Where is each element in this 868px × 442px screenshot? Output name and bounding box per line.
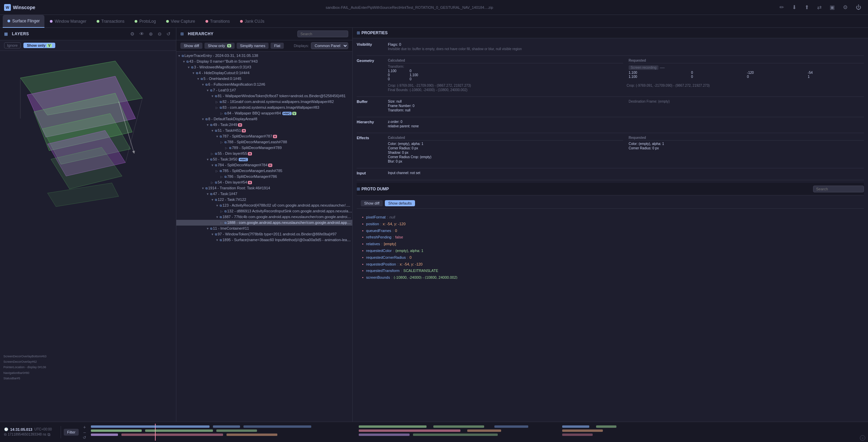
timeline: 🕐 14:31:05.013 UTC+00:00 ⧉ 1711895465013… <box>0 422 868 442</box>
tree-item[interactable]: ▼⧉97 - WindowToken{7f78b6b type=2011 and… <box>176 231 352 237</box>
layer-icon: ⧉ <box>210 227 212 230</box>
timeline-scroll-indicator[interactable]: ○ <box>860 435 865 441</box>
tree-toggle: ▼ <box>211 164 215 167</box>
tree-item[interactable]: ▼⧉81 - WallpaperWindowToken{fcfbcd7 toke… <box>176 93 352 99</box>
proto-line: • refreshPending : false <box>362 234 859 241</box>
layers-eye-btn[interactable]: 👁 <box>138 30 145 37</box>
layers-settings-btn[interactable]: ⚙ <box>129 30 136 37</box>
tree-item[interactable]: ▼⧉1914 - Transition Root: Task:46#1914 <box>176 185 352 191</box>
displays-select[interactable]: Common Panel <box>311 42 348 49</box>
copy-ns-button[interactable]: ⧉ <box>47 432 51 437</box>
tree-item[interactable]: ▼⧉11 - ImeContainer#11 <box>176 226 352 231</box>
zoom-in-button[interactable]: + <box>83 425 86 429</box>
tree-item[interactable]: ▷⧉84 - Wallpaper BBQ wrapper#84HWCV <box>176 110 352 116</box>
show-diff-button[interactable]: Show diff <box>180 43 202 49</box>
tab-transactions[interactable]: Transactions <box>92 15 129 28</box>
tree-item[interactable]: ▷⧉1888 - com.google.android.apps.nexusla… <box>176 220 352 226</box>
tree-item[interactable]: ▷⧉132 - d886913 ActivityRecordInputSink … <box>176 208 352 214</box>
tree-item[interactable]: ▼⧉7 - Leaf:0:1#7 <box>176 87 352 93</box>
svg-rect-26 <box>359 434 410 436</box>
tree-item[interactable]: ▼⧉LayerTraceEntry - 2024-03-31, 14:31:05… <box>176 53 352 59</box>
proto-bullet: • <box>362 234 363 241</box>
filename: sandbox-FAIL_AutoEnterPipWithSourceRectH… <box>42 5 777 9</box>
buffer-label: Buffer <box>357 100 384 104</box>
tree-item-text: 4 - HideDisplayCutout:0:1#4#4 <box>199 71 250 75</box>
tree-item[interactable]: ▼⧉3 - WindowedMagnification:0:31#3 <box>176 64 352 70</box>
show-only-button[interactable]: Show only V <box>23 43 55 48</box>
layer-icon: ⧉ <box>220 106 222 109</box>
proto-key: pixelFormat <box>366 214 386 221</box>
tree-item[interactable]: ▼⧉6 - FullscreenMagnification:0:12#6 <box>176 82 352 87</box>
layer-icon: ⧉ <box>220 238 222 242</box>
tab-jank-cujs[interactable]: Jank CUJs <box>235 15 269 28</box>
tree-item[interactable]: ▷⧉83 - com.android.systemui.wallpapers.I… <box>176 105 352 110</box>
tree-item[interactable]: ▼⧉122 - Task:7#122 <box>176 197 352 203</box>
layers-zoom-out-btn[interactable]: ⊖ <box>156 30 163 37</box>
upload-button[interactable]: ⬆ <box>802 3 812 12</box>
gear-button[interactable]: ⚙ <box>840 3 850 12</box>
proto-search-input[interactable] <box>813 186 864 192</box>
edit-button[interactable]: ✏ <box>777 3 787 12</box>
tree-item[interactable]: ▷⧉788 - SplitDecorManagerLeash#788 <box>176 139 352 145</box>
tree-item[interactable]: ▼⧉47 - Task:1#47 <box>176 191 352 197</box>
layer-label-0: ScreenDecorOverlayBottom#63 <box>3 354 46 359</box>
svg-rect-19 <box>121 434 223 436</box>
tree-item[interactable]: ▼⧉8 - DefaultTaskDisplayArea#8 <box>176 116 352 122</box>
app-logo-icon: W <box>4 4 11 11</box>
tree-item[interactable]: ▼⧉123 - ActivityRecord{4788c02 u0 com.go… <box>176 203 352 208</box>
layer-icon: ⧉ <box>210 192 212 196</box>
timeline-ns: ⧉ 171189546501393348 ns ⧉ <box>4 432 57 437</box>
power-button[interactable]: ⏻ <box>853 3 864 12</box>
simplify-names-button[interactable]: Simplify names <box>237 43 269 49</box>
layer-icon: ⧉ <box>229 146 231 150</box>
show-only-hier-button[interactable]: Show only V <box>204 43 235 49</box>
tree-item[interactable]: ▼⧉4 - HideDisplayCutout:0:1#4#4 <box>176 70 352 76</box>
tree-item[interactable]: ▼⧉5 - OneHanded:0:1#45 <box>176 76 352 82</box>
tree-item[interactable]: ▷⧉82 - 181eabf com.android.systemui.wall… <box>176 99 352 105</box>
tab-protolog[interactable]: ProtoLog <box>130 15 161 28</box>
tab-surface-flinger[interactable]: Surface Flinger <box>3 15 44 28</box>
filter-button[interactable]: Filter <box>64 429 79 436</box>
chip-icon: ⧉ <box>4 433 6 437</box>
timeline-track[interactable] <box>87 424 868 441</box>
layers-controls: ⚙ 👁 ⊕ ⊖ ↺ <box>129 30 172 37</box>
crop-req: Crop: (-9769.091, -21709.090) - (9867.27… <box>627 84 864 87</box>
flat-button[interactable]: Flat <box>271 43 283 49</box>
tree-item[interactable]: ▼⧉50 - Task:3#50HWC <box>176 156 352 162</box>
tree-item[interactable]: ▼⧉784 - SplitDecorManager#784H <box>176 162 352 168</box>
zoom-out-button[interactable]: − <box>83 430 86 435</box>
tree-item[interactable]: ▷⧉786 - SplitDecorManager#786 <box>176 174 352 180</box>
tab-transitions[interactable]: Transitions <box>201 15 235 28</box>
proto-show-diff-button[interactable]: Show diff <box>361 200 383 206</box>
download-button[interactable]: ⬇ <box>789 3 799 12</box>
tab-view-capture[interactable]: View Capture <box>161 15 200 28</box>
tree-item[interactable]: ▷⧉785 - SplitDecorManagerLeash#785 <box>176 168 352 174</box>
tree-item[interactable]: ▷⧉55 - Dim layer#55H <box>176 151 352 156</box>
tree-item[interactable]: ▼⧉1887 - 77fdc4b com.google.android.apps… <box>176 214 352 220</box>
proto-key: relatives <box>366 241 380 248</box>
swap-button[interactable]: ⇄ <box>814 3 824 12</box>
monitor-button[interactable]: ▣ <box>827 3 837 12</box>
tree-item[interactable]: ▼⧉1895 - Surface(name=3baac60 InputMetho… <box>176 237 352 243</box>
ignore-button[interactable]: Ignore <box>4 42 21 48</box>
tree-item[interactable]: ▼⧉43 - Display 0 name="Built-in Screen"#… <box>176 59 352 64</box>
layers-reset-btn[interactable]: ↺ <box>165 30 172 37</box>
h-badge: H <box>248 152 252 155</box>
tab-window-manager[interactable]: Window Manager <box>45 15 91 28</box>
tree-toggle: ▼ <box>206 192 210 196</box>
tree-item[interactable]: ▷⧉789 - SplitDecorManager#789 <box>176 145 352 151</box>
transform-matrix-calc: 1.1000 01.100 00 <box>388 69 623 81</box>
proto-show-defaults-button[interactable]: Show defaults <box>385 200 415 206</box>
tree-item[interactable]: ▼⧉787 - SplitDecorManager#787H <box>176 133 352 139</box>
tree-toggle: ▷ <box>225 146 229 150</box>
tree-item[interactable]: ▼⧉51 - Task#451H <box>176 128 352 133</box>
proto-value: x: -54, y: -120 <box>400 261 422 268</box>
tree-item[interactable]: ▷⧉54 - Dim layer#54H <box>176 180 352 185</box>
tree-item[interactable]: ▼⧉49 - Task:2#49H <box>176 122 352 128</box>
h-badge: H <box>238 123 242 127</box>
reset-zoom-button[interactable]: ↺ <box>83 436 86 440</box>
properties-title: PROPERTIES <box>361 30 388 35</box>
tree-toggle: ▼ <box>216 238 220 242</box>
layers-zoom-in-btn[interactable]: ⊕ <box>147 30 154 37</box>
hierarchy-search-input[interactable] <box>297 30 348 37</box>
